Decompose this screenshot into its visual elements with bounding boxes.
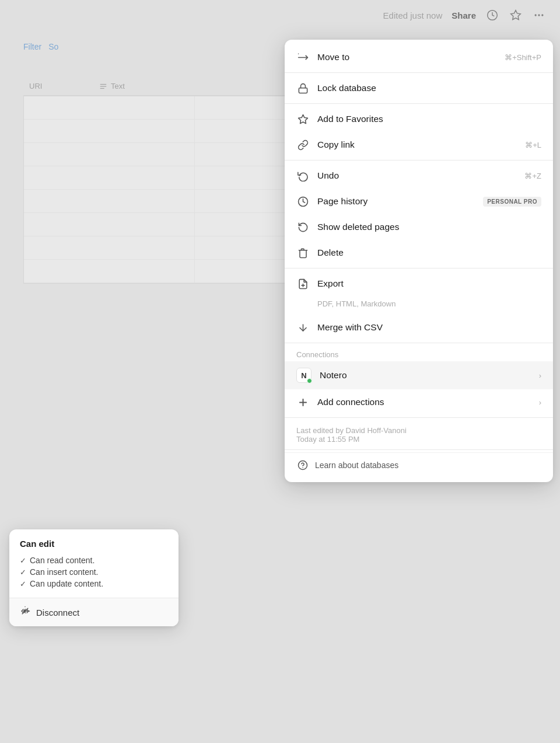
copy-link-icon [296,138,309,151]
add-favorites-label: Add to Favorites [317,114,541,124]
can-edit-popup: Can edit ✓ Can read content. ✓ Can inser… [9,529,178,626]
disconnect-icon [20,606,30,619]
check-icon-1: ✓ [20,556,26,565]
footer-info: Last edited by David Hoff-Vanoni Today a… [285,420,553,447]
svg-rect-8 [299,88,307,93]
notero-status-dot [307,378,312,383]
copy-link-label: Copy link [317,139,517,150]
permission-item-1: ✓ Can read content. [20,554,168,566]
menu-item-add-favorites[interactable]: Add to Favorites [285,106,553,132]
merge-csv-label: Merge with CSV [317,322,541,333]
add-connections-label: Add connections [317,397,531,407]
menu-item-show-deleted[interactable]: Show deleted pages [285,214,553,240]
page-history-badge: PERSONAL PRO [483,197,541,207]
move-to-shortcut: ⌘+Shift+P [505,53,541,62]
divider-1 [285,72,553,73]
undo-shortcut: ⌘+Z [524,172,541,180]
undo-label: Undo [317,170,516,181]
move-to-label: Move to [317,52,496,62]
notero-icon: N [296,368,312,383]
menu-item-lock-database[interactable]: Lock database [285,75,553,101]
menu-item-delete[interactable]: Delete [285,240,553,266]
divider-2 [285,103,553,104]
copy-link-shortcut: ⌘+L [525,141,541,149]
export-sub: PDF, HTML, Markdown [296,299,396,308]
disconnect-label: Disconnect [36,608,79,618]
notero-chevron: › [539,371,541,380]
add-connections-chevron: › [539,398,541,407]
undo-icon [296,169,309,182]
can-edit-permissions: ✓ Can read content. ✓ Can insert content… [9,554,178,598]
divider-4 [285,268,553,268]
dropdown-menu: Move to ⌘+Shift+P Lock database Add to F… [285,40,553,482]
page-history-icon [296,195,309,208]
notero-label: Notero [320,370,531,381]
divider-7 [285,449,553,450]
check-icon-3: ✓ [20,580,26,588]
menu-item-merge-csv[interactable]: Merge with CSV [285,315,553,340]
permission-item-2: ✓ Can insert content. [20,566,168,578]
delete-label: Delete [317,247,541,258]
learn-icon [296,459,309,472]
lock-database-label: Lock database [317,83,541,93]
check-icon-2: ✓ [20,568,26,577]
menu-item-add-connections[interactable]: Add connections › [285,389,553,415]
lock-database-icon [296,82,309,95]
show-deleted-label: Show deleted pages [317,222,541,232]
move-to-icon [296,51,309,64]
menu-item-learn-databases[interactable]: Learn about databases [285,452,553,477]
permission-item-3: ✓ Can update content. [20,578,168,589]
export-label: Export [317,278,541,289]
show-deleted-icon [296,221,309,233]
menu-item-page-history[interactable]: Page history PERSONAL PRO [285,189,553,214]
menu-item-copy-link[interactable]: Copy link ⌘+L [285,132,553,158]
merge-csv-icon [296,321,309,334]
svg-marker-9 [298,114,307,123]
export-icon [296,277,309,290]
connections-section-label: Connections [285,346,553,361]
disconnect-button[interactable]: Disconnect [9,598,178,626]
menu-item-notero[interactable]: N Notero › [285,361,553,389]
menu-item-undo[interactable]: Undo ⌘+Z [285,163,553,189]
divider-6 [285,417,553,418]
menu-item-move-to[interactable]: Move to ⌘+Shift+P [285,44,553,70]
add-connections-icon [296,396,309,409]
edited-time: Today at 11:55 PM [296,435,541,444]
divider-3 [285,160,553,161]
menu-item-export[interactable]: Export PDF, HTML, Markdown [285,271,553,315]
export-top-row: Export [296,277,541,290]
last-edited-by: Last edited by David Hoff-Vanoni [296,426,541,435]
can-edit-title: Can edit [9,529,178,554]
delete-icon [296,246,309,259]
add-favorites-icon [296,113,309,125]
divider-5 [285,343,553,343]
learn-databases-label: Learn about databases [315,461,398,470]
page-history-label: Page history [317,196,475,207]
